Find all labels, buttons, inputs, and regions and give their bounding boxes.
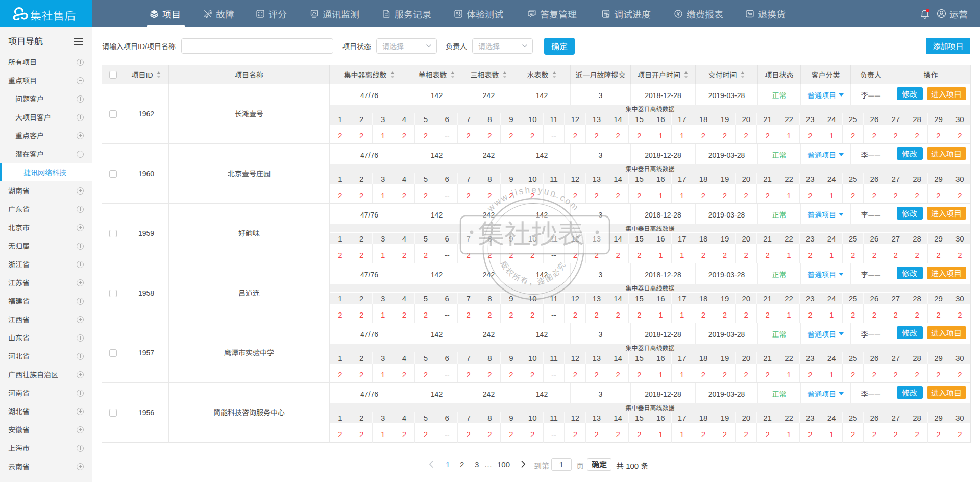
svg-text:www.jisheyun.com: www.jisheyun.com xyxy=(485,185,581,213)
svg-text:版权所有，盗图必究: 版权所有，盗图必究 xyxy=(499,259,568,287)
svg-text:集社抄表: 集社抄表 xyxy=(478,213,584,251)
